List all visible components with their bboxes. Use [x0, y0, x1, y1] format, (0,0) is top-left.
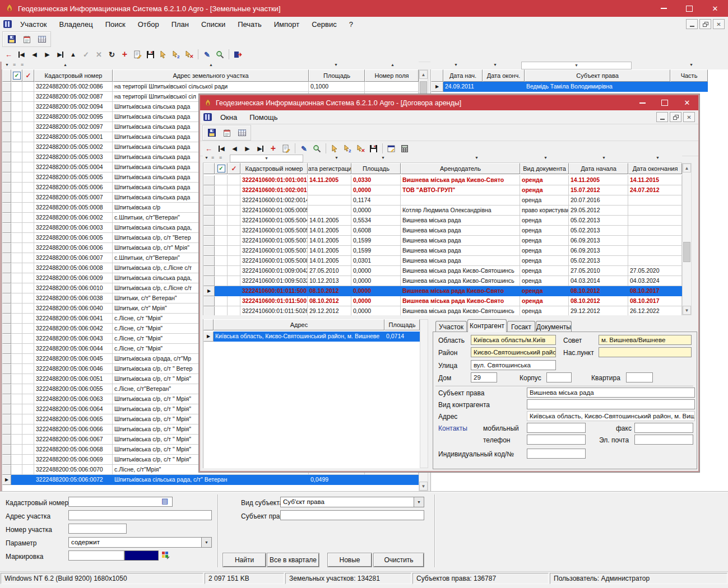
child-minimize-button[interactable] — [631, 99, 653, 107]
menu-item[interactable]: Списки — [195, 18, 231, 30]
menu-item[interactable]: План — [165, 18, 195, 30]
rayon-field[interactable]: Києво-Святошинський район — [471, 347, 556, 357]
email-field[interactable] — [634, 435, 693, 445]
insert-record-icon[interactable]: + — [267, 142, 280, 155]
column-header[interactable]: Арендодатель — [401, 163, 520, 174]
check-column-header[interactable]: ✓ — [22, 69, 34, 82]
tab-gosakt[interactable]: Госакт — [507, 321, 535, 332]
scroll-down-icon[interactable]: ▼ — [419, 482, 428, 491]
last-record-icon[interactable]: ▶ — [54, 48, 67, 60]
table-row[interactable]: 3222488200:05:002:0086на території Шпить… — [2, 82, 419, 92]
select-all-icon[interactable]: 2 — [170, 48, 183, 60]
menu-item[interactable]: Владелец — [53, 18, 99, 30]
parcel-num-input[interactable] — [68, 524, 127, 534]
scroll-up-icon[interactable]: ▲ — [419, 70, 428, 79]
contracts-table-scrollbar[interactable]: ▲ ▼ — [682, 163, 692, 315]
table-row[interactable]: 3222410600:01:001:00114.11.20050,0330Виш… — [203, 175, 683, 185]
menu-item[interactable]: Окна — [214, 111, 243, 123]
table-row[interactable]: 3222410600:01:002:00140,1174оренда20.07.… — [203, 195, 683, 206]
menu-item[interactable]: Поиск — [99, 18, 132, 30]
check-column-header[interactable]: ✓ — [228, 163, 240, 174]
column-header[interactable]: Дата нач. — [443, 69, 483, 82]
filter-menu-icon[interactable]: ▼ — [205, 156, 208, 160]
scroll-down-icon[interactable]: ▼ — [683, 306, 691, 315]
refresh-icon[interactable]: ↻ — [105, 48, 118, 60]
mdi-minimize-button[interactable] — [686, 19, 698, 29]
find-button[interactable]: Найти — [223, 553, 266, 567]
maximize-button[interactable] — [676, 4, 702, 13]
chevron-down-icon[interactable]: ▼ — [414, 497, 424, 507]
list-view-icon[interactable] — [234, 126, 249, 139]
filter-menu-icon[interactable]: ▼ — [5, 63, 9, 67]
child-close-button[interactable]: ✕ — [676, 99, 698, 107]
post-edit-icon[interactable]: ✓ — [80, 48, 92, 60]
tab-kontragent[interactable]: Контрагент — [467, 319, 507, 332]
column-header[interactable]: Дата начала — [569, 163, 628, 174]
prior-record-icon[interactable]: ◀ — [28, 48, 41, 60]
column-header[interactable]: Вид документа — [520, 163, 569, 174]
mdi-restore-button[interactable] — [670, 112, 681, 122]
code-field[interactable] — [527, 449, 586, 459]
search-icon[interactable] — [310, 142, 323, 155]
sovet-field[interactable]: м. Вишнева/Вишневе — [599, 335, 692, 345]
next-record-icon[interactable]: ▶ — [41, 48, 54, 60]
table-row[interactable]: 3222410600:01:009:503210.12.20130,0000Ви… — [203, 276, 683, 286]
minimize-button[interactable] — [651, 4, 676, 13]
close-form-icon[interactable]: ← — [202, 142, 215, 155]
column-header[interactable]: Субъект права — [525, 69, 670, 82]
mark-input[interactable] — [68, 550, 124, 561]
column-filter-icon[interactable]: ▼ — [334, 63, 338, 67]
table-row[interactable]: ▶3222410600:01:011:50008.10.20120,0000Ви… — [203, 286, 683, 296]
column-filter-icon[interactable]: ▼ — [544, 156, 548, 160]
menu-item[interactable]: ? — [343, 18, 359, 30]
mdi-close-button[interactable]: ✕ — [713, 19, 725, 29]
column-filter-icon[interactable]: ▼ — [689, 63, 693, 67]
adres-field[interactable]: Київська область, Києво-Святошинський ра… — [527, 411, 695, 421]
filter-combobox[interactable]: ▼ — [230, 155, 303, 162]
save-icon[interactable] — [367, 142, 380, 155]
fax-field[interactable] — [634, 423, 693, 433]
exit-icon[interactable] — [231, 48, 244, 60]
table-row[interactable]: ▶Київська область, Києво-Святошинський р… — [203, 332, 420, 342]
phone-field[interactable] — [527, 435, 586, 445]
calculator-icon[interactable] — [398, 142, 411, 155]
column-filter-icon[interactable]: ▲ — [391, 63, 395, 67]
move-up-icon[interactable]: ▲ — [67, 48, 80, 60]
mdi-minimize-button[interactable] — [656, 112, 668, 122]
column-filter-icon[interactable]: ▼ — [602, 156, 606, 160]
first-record-icon[interactable]: ◀ — [215, 142, 228, 155]
table-row[interactable]: 3222410600:01:005:500714.01.20050,1599Ви… — [203, 236, 683, 246]
subject-type-combobox[interactable]: Суб'єкт права ▼ — [280, 497, 424, 507]
table-row[interactable]: 3222410600:01:005:500814.01.20050,0301Ви… — [203, 256, 683, 266]
last-record-icon[interactable]: ▶ — [254, 142, 267, 155]
select-record-icon[interactable] — [328, 142, 341, 155]
filter-eq-icon[interactable]: = — [21, 62, 24, 67]
filter-eq-icon[interactable]: = — [13, 62, 16, 67]
filter-eq-icon[interactable]: = — [219, 155, 222, 160]
menu-item[interactable]: Помощь — [243, 111, 284, 123]
param-combobox[interactable]: содержит ▼ — [68, 537, 212, 548]
first-record-icon[interactable]: ◀ — [15, 48, 28, 60]
column-header[interactable]: Кадастровый номер — [34, 69, 113, 82]
column-header[interactable]: Часть — [670, 69, 708, 82]
report-icon[interactable] — [385, 142, 398, 155]
column-filter-icon[interactable]: ▼ — [381, 156, 385, 160]
select-all-icon[interactable]: 2 — [341, 142, 354, 155]
search-icon[interactable] — [214, 48, 226, 60]
column-header[interactable]: Номер поля — [365, 69, 419, 82]
table-row[interactable]: 3222410600:01:005:00050,0000Котляр Людми… — [203, 206, 683, 216]
dom-field[interactable]: 29 — [471, 372, 497, 382]
table-row[interactable]: 3222410600:01:011:502629.12.20120,0000Ви… — [203, 306, 683, 315]
table-row[interactable]: ▶24.09.2011Ведмідь Таміла Володимирівна — [431, 82, 728, 92]
select-record-icon[interactable] — [157, 48, 170, 60]
column-header[interactable]: Адрес — [214, 319, 384, 330]
korpus-field[interactable] — [546, 372, 572, 382]
column-header[interactable]: Площадь — [309, 69, 365, 82]
menu-item[interactable]: Печать — [231, 18, 268, 30]
table-row[interactable]: 3222410600:01:005:500514.01.20050,6008Ви… — [203, 226, 683, 236]
chevron-down-icon[interactable]: ▼ — [202, 537, 212, 548]
menu-item[interactable]: Импорт — [268, 18, 305, 30]
column-header[interactable]: Площадь — [351, 163, 401, 174]
column-filter-icon[interactable]: ▲ — [209, 63, 213, 67]
sign-icon[interactable]: ✎ — [201, 48, 214, 60]
